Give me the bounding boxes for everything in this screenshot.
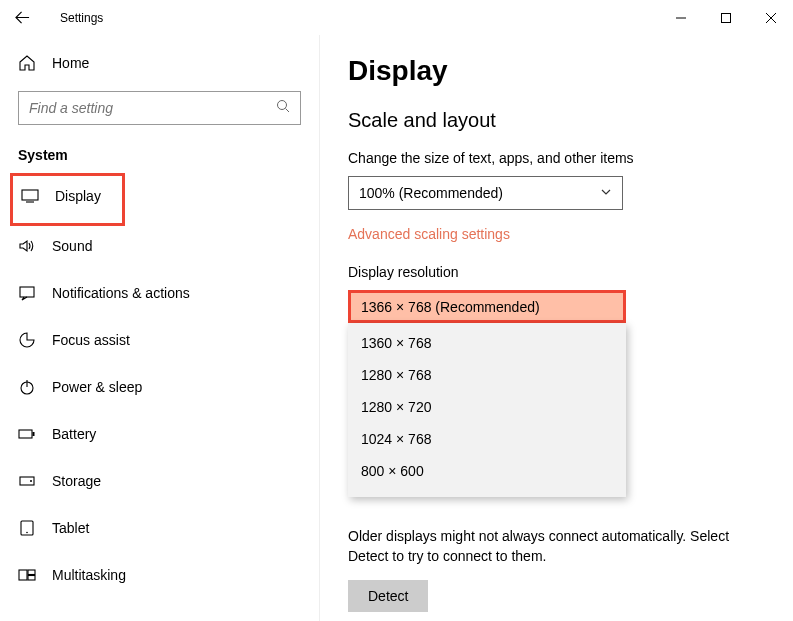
back-button[interactable] — [0, 0, 45, 35]
maximize-button[interactable] — [703, 2, 748, 34]
svg-rect-3 — [20, 287, 34, 297]
section-scale-title: Scale and layout — [348, 109, 765, 132]
svg-rect-0 — [721, 13, 730, 22]
minimize-button[interactable] — [658, 2, 703, 34]
chevron-down-icon — [600, 185, 612, 201]
section-system: System — [0, 137, 319, 173]
battery-icon — [18, 425, 36, 443]
minimize-icon — [676, 13, 686, 23]
maximize-icon — [721, 13, 731, 23]
resolution-option[interactable]: 1024 × 768 — [348, 423, 626, 455]
window-controls — [658, 2, 793, 34]
resolution-option[interactable]: 800 × 600 — [348, 455, 626, 487]
sidebar-item-label: Display — [55, 188, 101, 204]
svg-point-8 — [30, 480, 32, 482]
page-title: Display — [348, 55, 765, 87]
sidebar-item-sound[interactable]: Sound — [0, 226, 319, 266]
resolution-selected[interactable]: 1366 × 768 (Recommended) — [351, 293, 623, 320]
detect-help-text: Older displays might not always connect … — [348, 527, 765, 566]
sidebar-item-label: Multitasking — [52, 567, 126, 583]
highlight-resolution: 1366 × 768 (Recommended) — [348, 290, 626, 323]
svg-rect-13 — [28, 576, 35, 581]
sidebar-item-label: Storage — [52, 473, 101, 489]
scale-select-value: 100% (Recommended) — [359, 185, 503, 201]
detect-button[interactable]: Detect — [348, 580, 428, 612]
sidebar-item-label: Power & sleep — [52, 379, 142, 395]
search-icon — [276, 99, 290, 117]
sidebar: Home System Display Sound Notifications … — [0, 35, 320, 621]
sidebar-item-battery[interactable]: Battery — [0, 414, 319, 454]
close-icon — [766, 13, 776, 23]
content: Display Scale and layout Change the size… — [320, 35, 793, 621]
storage-icon — [18, 472, 36, 490]
multitasking-icon — [18, 566, 36, 584]
svg-rect-2 — [22, 190, 38, 200]
resolution-option[interactable]: 1280 × 720 — [348, 391, 626, 423]
resolution-label: Display resolution — [348, 264, 765, 280]
resolution-option[interactable]: 1280 × 768 — [348, 359, 626, 391]
sidebar-item-label: Focus assist — [52, 332, 130, 348]
sidebar-item-label: Tablet — [52, 520, 89, 536]
sidebar-item-notifications[interactable]: Notifications & actions — [0, 273, 319, 313]
svg-rect-12 — [28, 570, 35, 575]
power-icon — [18, 378, 36, 396]
svg-point-10 — [26, 532, 28, 534]
notifications-icon — [18, 284, 36, 302]
sidebar-item-storage[interactable]: Storage — [0, 461, 319, 501]
arrow-left-icon — [15, 10, 30, 25]
sidebar-item-focus[interactable]: Focus assist — [0, 320, 319, 360]
search-field[interactable] — [29, 100, 276, 116]
sound-icon — [18, 237, 36, 255]
svg-point-1 — [278, 101, 287, 110]
focus-icon — [18, 331, 36, 349]
sidebar-item-multitasking[interactable]: Multitasking — [0, 555, 319, 595]
display-icon — [21, 187, 39, 205]
close-button[interactable] — [748, 2, 793, 34]
svg-rect-5 — [19, 430, 32, 438]
advanced-scaling-link[interactable]: Advanced scaling settings — [348, 226, 765, 242]
resolution-option[interactable]: 1360 × 768 — [348, 327, 626, 359]
search-input[interactable] — [18, 91, 301, 125]
resolution-dropdown: 1360 × 768 1280 × 768 1280 × 720 1024 × … — [348, 323, 626, 497]
sidebar-item-display[interactable]: Display — [13, 176, 122, 216]
nav-home[interactable]: Home — [0, 43, 319, 83]
sidebar-item-label: Battery — [52, 426, 96, 442]
sidebar-item-tablet[interactable]: Tablet — [0, 508, 319, 548]
home-icon — [18, 54, 36, 72]
titlebar: Settings — [0, 0, 793, 35]
svg-rect-11 — [19, 570, 27, 580]
size-label: Change the size of text, apps, and other… — [348, 150, 765, 166]
scale-select[interactable]: 100% (Recommended) — [348, 176, 623, 210]
app-title: Settings — [60, 11, 103, 25]
nav-home-label: Home — [52, 55, 89, 71]
sidebar-item-label: Sound — [52, 238, 92, 254]
sidebar-item-label: Notifications & actions — [52, 285, 190, 301]
svg-rect-6 — [33, 432, 35, 436]
sidebar-item-power[interactable]: Power & sleep — [0, 367, 319, 407]
highlight-display: Display — [10, 173, 125, 226]
tablet-icon — [18, 519, 36, 537]
